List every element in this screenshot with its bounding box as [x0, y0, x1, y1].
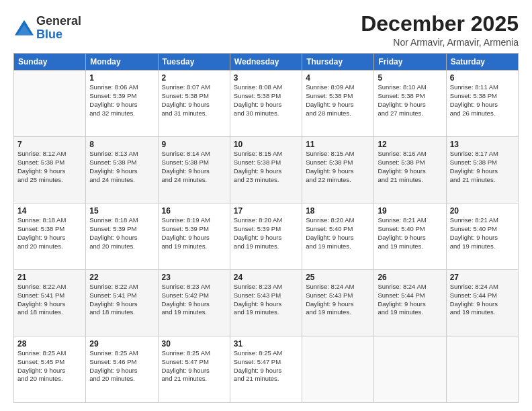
day-cell: 29Sunrise: 8:25 AM Sunset: 5:46 PM Dayli…	[86, 336, 158, 403]
day-info: Sunrise: 8:16 AM Sunset: 5:38 PM Dayligh…	[378, 150, 442, 184]
day-cell: 20Sunrise: 8:21 AM Sunset: 5:40 PM Dayli…	[446, 203, 518, 270]
day-number: 26	[378, 273, 442, 282]
day-cell: 1Sunrise: 8:06 AM Sunset: 5:39 PM Daylig…	[86, 71, 158, 137]
day-cell: 16Sunrise: 8:19 AM Sunset: 5:39 PM Dayli…	[158, 203, 230, 270]
day-cell: 13Sunrise: 8:17 AM Sunset: 5:38 PM Dayli…	[446, 137, 518, 203]
day-number: 18	[306, 206, 370, 216]
day-number: 8	[89, 140, 154, 149]
day-info: Sunrise: 8:11 AM Sunset: 5:38 PM Dayligh…	[450, 83, 515, 118]
col-header-sunday: Sunday	[14, 54, 86, 71]
day-number: 28	[17, 339, 82, 349]
day-info: Sunrise: 8:22 AM Sunset: 5:41 PM Dayligh…	[17, 283, 82, 317]
col-header-saturday: Saturday	[446, 54, 518, 71]
day-cell: 5Sunrise: 8:10 AM Sunset: 5:38 PM Daylig…	[374, 71, 446, 137]
day-cell: 7Sunrise: 8:12 AM Sunset: 5:38 PM Daylig…	[14, 137, 86, 203]
day-cell: 24Sunrise: 8:23 AM Sunset: 5:43 PM Dayli…	[230, 270, 302, 336]
day-number: 3	[234, 73, 298, 83]
page: General Blue December 2025 Nor Armavir, …	[0, 0, 532, 411]
day-cell: 10Sunrise: 8:15 AM Sunset: 5:38 PM Dayli…	[230, 137, 302, 203]
col-header-friday: Friday	[374, 54, 446, 71]
day-info: Sunrise: 8:24 AM Sunset: 5:43 PM Dayligh…	[306, 283, 370, 317]
day-info: Sunrise: 8:19 AM Sunset: 5:39 PM Dayligh…	[162, 216, 226, 250]
day-number: 29	[89, 339, 154, 349]
day-number: 5	[378, 73, 442, 83]
day-cell: 17Sunrise: 8:20 AM Sunset: 5:39 PM Dayli…	[230, 203, 302, 270]
day-number: 13	[450, 140, 515, 149]
day-number: 4	[306, 73, 370, 83]
day-info: Sunrise: 8:14 AM Sunset: 5:38 PM Dayligh…	[162, 150, 226, 184]
day-info: Sunrise: 8:25 AM Sunset: 5:45 PM Dayligh…	[17, 349, 82, 383]
day-number: 1	[89, 73, 154, 83]
week-row-4: 28Sunrise: 8:25 AM Sunset: 5:45 PM Dayli…	[14, 336, 519, 403]
day-cell: 26Sunrise: 8:24 AM Sunset: 5:44 PM Dayli…	[374, 270, 446, 336]
week-row-1: 7Sunrise: 8:12 AM Sunset: 5:38 PM Daylig…	[14, 137, 519, 203]
day-number: 12	[378, 140, 442, 149]
day-number: 31	[234, 339, 298, 349]
header: General Blue December 2025 Nor Armavir, …	[13, 12, 519, 48]
week-row-3: 21Sunrise: 8:22 AM Sunset: 5:41 PM Dayli…	[14, 270, 519, 336]
week-row-2: 14Sunrise: 8:18 AM Sunset: 5:38 PM Dayli…	[14, 203, 519, 270]
day-cell	[14, 71, 86, 137]
day-info: Sunrise: 8:18 AM Sunset: 5:39 PM Dayligh…	[89, 216, 154, 250]
day-info: Sunrise: 8:17 AM Sunset: 5:38 PM Dayligh…	[450, 150, 515, 184]
day-number: 16	[162, 206, 226, 216]
day-info: Sunrise: 8:06 AM Sunset: 5:39 PM Dayligh…	[89, 83, 154, 118]
day-info: Sunrise: 8:12 AM Sunset: 5:38 PM Dayligh…	[17, 150, 82, 184]
day-number: 14	[17, 206, 82, 216]
day-number: 19	[378, 206, 442, 216]
day-info: Sunrise: 8:10 AM Sunset: 5:38 PM Dayligh…	[378, 83, 442, 118]
col-header-thursday: Thursday	[302, 54, 374, 71]
day-info: Sunrise: 8:24 AM Sunset: 5:44 PM Dayligh…	[378, 283, 442, 317]
day-cell	[302, 336, 374, 403]
col-header-monday: Monday	[86, 54, 158, 71]
day-info: Sunrise: 8:25 AM Sunset: 5:46 PM Dayligh…	[89, 349, 154, 383]
day-info: Sunrise: 8:08 AM Sunset: 5:38 PM Dayligh…	[234, 83, 298, 118]
day-info: Sunrise: 8:21 AM Sunset: 5:40 PM Dayligh…	[378, 216, 442, 250]
day-number: 10	[234, 140, 298, 149]
day-info: Sunrise: 8:22 AM Sunset: 5:41 PM Dayligh…	[89, 283, 154, 317]
day-info: Sunrise: 8:13 AM Sunset: 5:38 PM Dayligh…	[89, 150, 154, 184]
day-number: 30	[162, 339, 226, 349]
day-info: Sunrise: 8:23 AM Sunset: 5:42 PM Dayligh…	[162, 283, 226, 317]
col-header-wednesday: Wednesday	[230, 54, 302, 71]
calendar-table: SundayMondayTuesdayWednesdayThursdayFrid…	[13, 53, 519, 403]
day-cell: 9Sunrise: 8:14 AM Sunset: 5:38 PM Daylig…	[158, 137, 230, 203]
day-cell: 28Sunrise: 8:25 AM Sunset: 5:45 PM Dayli…	[14, 336, 86, 403]
day-info: Sunrise: 8:20 AM Sunset: 5:40 PM Dayligh…	[306, 216, 370, 250]
day-cell: 21Sunrise: 8:22 AM Sunset: 5:41 PM Dayli…	[14, 270, 86, 336]
day-number: 25	[306, 273, 370, 282]
day-info: Sunrise: 8:23 AM Sunset: 5:43 PM Dayligh…	[234, 283, 298, 317]
day-number: 23	[162, 273, 226, 282]
header-row: SundayMondayTuesdayWednesdayThursdayFrid…	[14, 54, 519, 71]
day-cell: 3Sunrise: 8:08 AM Sunset: 5:38 PM Daylig…	[230, 71, 302, 137]
day-info: Sunrise: 8:24 AM Sunset: 5:44 PM Dayligh…	[450, 283, 515, 317]
day-cell: 27Sunrise: 8:24 AM Sunset: 5:44 PM Dayli…	[446, 270, 518, 336]
logo-blue: Blue	[36, 28, 81, 42]
day-info: Sunrise: 8:25 AM Sunset: 5:47 PM Dayligh…	[234, 349, 298, 383]
title-area: December 2025 Nor Armavir, Armavir, Arme…	[361, 12, 519, 48]
day-cell: 30Sunrise: 8:25 AM Sunset: 5:47 PM Dayli…	[158, 336, 230, 403]
day-number: 7	[17, 140, 82, 149]
day-number: 2	[162, 73, 226, 83]
day-cell	[446, 336, 518, 403]
week-row-0: 1Sunrise: 8:06 AM Sunset: 5:39 PM Daylig…	[14, 71, 519, 137]
day-cell: 12Sunrise: 8:16 AM Sunset: 5:38 PM Dayli…	[374, 137, 446, 203]
day-info: Sunrise: 8:15 AM Sunset: 5:38 PM Dayligh…	[306, 150, 370, 184]
day-number: 22	[89, 273, 154, 282]
day-info: Sunrise: 8:09 AM Sunset: 5:38 PM Dayligh…	[306, 83, 370, 118]
logo: General Blue	[13, 15, 81, 42]
day-number: 6	[450, 73, 515, 83]
day-info: Sunrise: 8:20 AM Sunset: 5:39 PM Dayligh…	[234, 216, 298, 250]
day-number: 17	[234, 206, 298, 216]
day-cell: 6Sunrise: 8:11 AM Sunset: 5:38 PM Daylig…	[446, 71, 518, 137]
day-cell: 2Sunrise: 8:07 AM Sunset: 5:38 PM Daylig…	[158, 71, 230, 137]
day-cell: 8Sunrise: 8:13 AM Sunset: 5:38 PM Daylig…	[86, 137, 158, 203]
day-cell	[374, 336, 446, 403]
day-cell: 4Sunrise: 8:09 AM Sunset: 5:38 PM Daylig…	[302, 71, 374, 137]
day-cell: 15Sunrise: 8:18 AM Sunset: 5:39 PM Dayli…	[86, 203, 158, 270]
day-cell: 31Sunrise: 8:25 AM Sunset: 5:47 PM Dayli…	[230, 336, 302, 403]
day-cell: 25Sunrise: 8:24 AM Sunset: 5:43 PM Dayli…	[302, 270, 374, 336]
day-info: Sunrise: 8:21 AM Sunset: 5:40 PM Dayligh…	[450, 216, 515, 250]
location: Nor Armavir, Armavir, Armenia	[361, 37, 519, 48]
day-cell: 11Sunrise: 8:15 AM Sunset: 5:38 PM Dayli…	[302, 137, 374, 203]
